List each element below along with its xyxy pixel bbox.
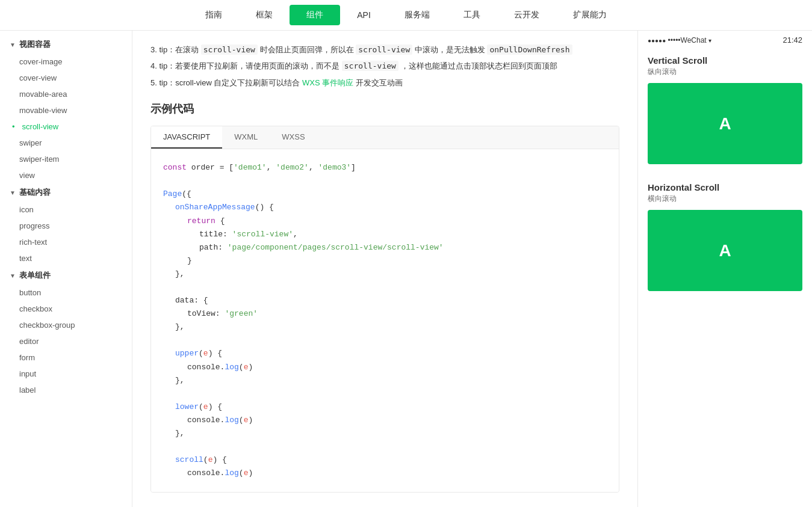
- nav-item-framework[interactable]: 框架: [239, 5, 290, 25]
- sidebar-item-view[interactable]: view: [0, 167, 132, 183]
- tab-wxss[interactable]: WXSS: [270, 126, 317, 149]
- sidebar-item-swiper[interactable]: swiper: [0, 135, 132, 151]
- tip-3: 3. tip：在滚动 scroll-view 时会阻止页面回弹，所以在 scro…: [150, 43, 619, 57]
- code-line-return: return {: [163, 215, 607, 228]
- code-line-empty-4: [163, 387, 607, 401]
- sidebar-item-button[interactable]: button: [0, 284, 132, 301]
- sidebar-item-cover-view[interactable]: cover-view: [0, 70, 132, 86]
- sidebar-section-basic-content[interactable]: ▼ 基础内容: [0, 183, 132, 201]
- code-line-lower-log: console.log(e): [163, 414, 607, 427]
- horizontal-scroll-title-en: Horizontal Scroll: [648, 182, 802, 192]
- code-content: const order = ['demo1', 'demo2', 'demo3'…: [151, 149, 619, 492]
- sidebar-item-movable-area[interactable]: movable-area: [0, 86, 132, 102]
- nav-item-api[interactable]: API: [340, 5, 388, 25]
- code-line-scroll: scroll(e) {: [163, 453, 607, 467]
- vertical-scroll-title-en: Vertical Scroll: [648, 55, 802, 66]
- sidebar-section-view-container[interactable]: ▼ 视图容器: [0, 35, 132, 54]
- code-line-empty-1: [163, 174, 607, 188]
- sidebar-item-checkbox[interactable]: checkbox: [0, 301, 132, 317]
- code-line-close-obj: }: [163, 254, 607, 268]
- tip-4: 4. tip：若要使用下拉刷新，请使用页面的滚动，而不是 scroll-view…: [150, 59, 619, 73]
- nav-item-service[interactable]: 服务端: [388, 5, 447, 25]
- vertical-demo-letter: A: [719, 114, 731, 134]
- code-line-title: title: 'scroll-view',: [163, 228, 607, 241]
- sidebar-item-movable-view[interactable]: movable-view: [0, 102, 132, 118]
- section-title: 示例代码: [150, 102, 619, 116]
- tab-wxml[interactable]: WXML: [222, 126, 270, 149]
- sidebar: ▼ 视图容器 cover-image cover-view movable-ar…: [0, 31, 132, 507]
- tip-5: 5. tip：scroll-view 自定义下拉刷新可以结合 WXS 事件响应 …: [150, 76, 619, 90]
- code-line-close-upper: },: [163, 374, 607, 387]
- code-line-share: onShareAppMessage() {: [163, 201, 607, 214]
- sidebar-item-cover-image[interactable]: cover-image: [0, 54, 132, 70]
- sidebar-item-input[interactable]: input: [0, 366, 132, 382]
- collapse-arrow-icon-3: ▼: [10, 272, 16, 279]
- sidebar-item-text[interactable]: text: [0, 250, 132, 266]
- preview-horizontal-scroll: Horizontal Scroll 横向滚动 A: [638, 176, 812, 303]
- sidebar-section-form-components[interactable]: ▼ 表单组件: [0, 266, 132, 284]
- sidebar-item-swiper-item[interactable]: swiper-item: [0, 151, 132, 167]
- sidebar-section-label: 视图容器: [19, 39, 51, 50]
- sidebar-item-icon[interactable]: icon: [0, 201, 132, 218]
- code-line-empty-3: [163, 334, 607, 347]
- code-line-path: path: 'page/component/pages/scroll-view/…: [163, 241, 607, 254]
- wechat-signal: ●●●●● •••••WeChat ▾: [648, 36, 711, 45]
- code-tabs: JAVASCRIPT WXML WXSS: [151, 126, 619, 149]
- sidebar-item-progress[interactable]: progress: [0, 218, 132, 234]
- nav-item-tools[interactable]: 工具: [447, 5, 497, 25]
- code-line-empty-2: [163, 281, 607, 294]
- wechat-status-bar: ●●●●● •••••WeChat ▾ 21:42: [638, 31, 812, 49]
- code-line-close-data: },: [163, 321, 607, 334]
- sidebar-item-label[interactable]: label: [0, 382, 132, 398]
- content-area: 3. tip：在滚动 scroll-view 时会阻止页面回弹，所以在 scro…: [132, 31, 637, 507]
- code-line-page: Page({: [163, 188, 607, 201]
- code-container: JAVASCRIPT WXML WXSS const order = ['dem…: [150, 126, 619, 493]
- sidebar-item-rich-text[interactable]: rich-text: [0, 234, 132, 250]
- collapse-arrow-icon-2: ▼: [10, 189, 16, 196]
- nav-item-extend[interactable]: 扩展能力: [556, 5, 624, 25]
- code-line-empty-5: [163, 440, 607, 453]
- wxs-link[interactable]: WXS 事件响应: [302, 78, 353, 87]
- sidebar-item-form[interactable]: form: [0, 349, 132, 366]
- vertical-scroll-title-zh: 纵向滚动: [648, 67, 802, 77]
- sidebar-item-scroll-view[interactable]: scroll-view: [0, 118, 132, 135]
- preview-vertical-scroll: Vertical Scroll 纵向滚动 A: [638, 49, 812, 176]
- code-line-scroll-log: console.log(e): [163, 467, 607, 480]
- nav-item-guide[interactable]: 指南: [188, 5, 239, 25]
- sidebar-section-label-2: 基础内容: [19, 187, 51, 198]
- preview-panel: ●●●●● •••••WeChat ▾ 21:42 Vertical Scrol…: [637, 31, 812, 507]
- tab-javascript[interactable]: JAVASCRIPT: [151, 126, 222, 149]
- sidebar-item-checkbox-group[interactable]: checkbox-group: [0, 317, 132, 333]
- code-line-close-lower: },: [163, 427, 607, 440]
- code-line-1: const order = ['demo1', 'demo2', 'demo3'…: [163, 161, 607, 174]
- code-line-lower: lower(e) {: [163, 401, 607, 414]
- sidebar-section-label-3: 表单组件: [19, 270, 51, 281]
- collapse-arrow-icon: ▼: [10, 41, 16, 48]
- code-line-data: data: {: [163, 294, 607, 307]
- horizontal-demo-letter: A: [719, 241, 731, 260]
- horizontal-scroll-demo: A: [648, 210, 802, 291]
- code-line-upper-log: console.log(e): [163, 361, 607, 374]
- vertical-scroll-demo: A: [648, 83, 802, 164]
- code-line-upper: upper(e) {: [163, 347, 607, 360]
- top-nav: 指南 框架 组件 API 服务端 工具 云开发 扩展能力: [0, 0, 812, 31]
- wechat-time: 21:42: [783, 35, 802, 45]
- horizontal-scroll-title-zh: 横向滚动: [648, 194, 802, 204]
- nav-item-cloud[interactable]: 云开发: [497, 5, 556, 25]
- tips-section: 3. tip：在滚动 scroll-view 时会阻止页面回弹，所以在 scro…: [150, 43, 619, 90]
- code-line-toview: toView: 'green': [163, 307, 607, 321]
- nav-item-components[interactable]: 组件: [290, 5, 340, 25]
- code-line-close-fn: },: [163, 268, 607, 281]
- sidebar-item-editor[interactable]: editor: [0, 333, 132, 349]
